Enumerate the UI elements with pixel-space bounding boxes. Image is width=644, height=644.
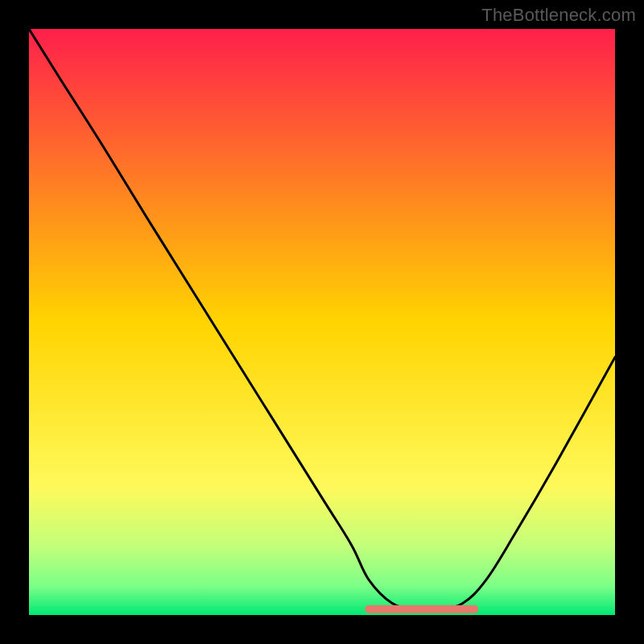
plot-area <box>29 29 615 615</box>
attribution-label: TheBottleneck.com <box>481 5 636 26</box>
chart-frame: TheBottleneck.com <box>0 0 644 644</box>
bottleneck-chart <box>29 29 615 615</box>
gradient-background <box>29 29 615 615</box>
